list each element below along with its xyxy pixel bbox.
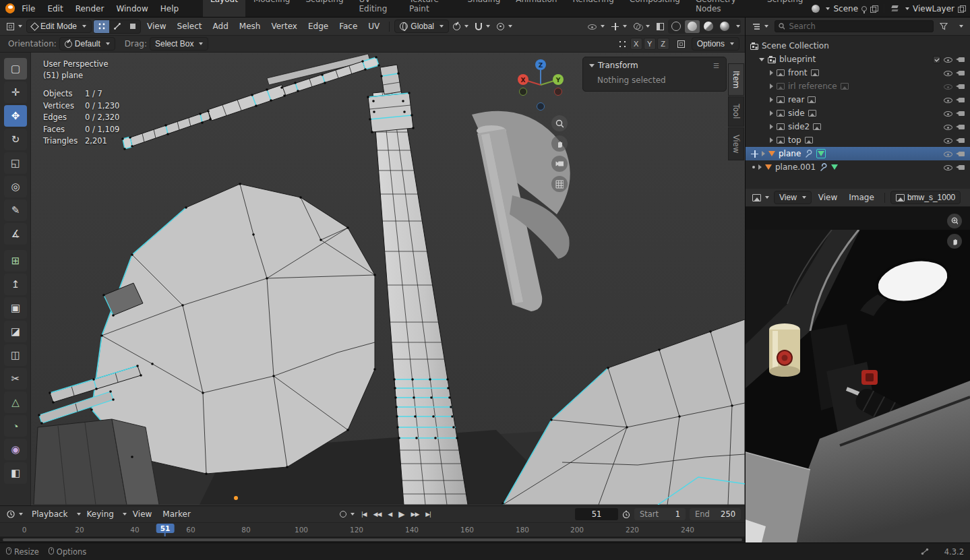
tool-scale[interactable]: ◱ [4,152,27,174]
jump-to-end-button[interactable]: ▶| [423,509,433,519]
vertex-select-mode-button[interactable] [94,20,109,33]
outliner-row-top[interactable]: top [746,133,970,147]
outliner-row-irl-reference[interactable]: irl reference [746,80,970,93]
disclosure-closed-icon[interactable] [770,137,773,143]
mesh-data-icon[interactable] [816,149,826,158]
workspace-tab-scripting[interactable]: Scripting [760,0,810,17]
viewlayer-icon[interactable] [891,5,899,12]
hide-in-viewport-icon[interactable] [944,150,952,158]
scene-name[interactable]: Scene [833,4,858,13]
scene-icon[interactable] [812,5,820,13]
tool-add-cube[interactable]: ⊞ [4,250,27,272]
menu-face[interactable]: Face [334,20,362,32]
zoom-button[interactable] [551,115,568,131]
tool-bevel[interactable]: ◪ [4,321,27,342]
image-pan-hand-button[interactable] [947,234,962,249]
modifier-wrench-icon[interactable] [804,150,813,158]
playhead[interactable]: 51 [156,524,175,536]
tool-transform[interactable]: ◎ [4,176,27,197]
tool-poly-build[interactable]: △ [4,392,27,413]
menu-timeline-view[interactable]: View [128,508,156,520]
editor-type-button[interactable] [4,20,25,33]
tool-rotate[interactable]: ↻ [4,129,27,150]
outliner-row-blueprint[interactable]: blueprint [746,53,970,66]
workspace-tab-layout[interactable]: Layout [203,0,245,17]
disclosure-closed-icon[interactable] [770,70,773,75]
tool-move[interactable]: ✥ [4,105,27,127]
menu-help[interactable]: Help [155,3,184,15]
xray-toggle-button[interactable] [654,20,667,33]
workspace-tab-compositing[interactable]: Compositing [622,0,688,17]
workspace-tab-sculpting[interactable]: Sculpting [298,0,351,17]
viewport-mesh-canvas[interactable] [31,53,745,505]
hide-in-viewport-icon[interactable] [944,55,952,63]
camera-view-button[interactable] [551,156,568,172]
outliner-row-side2[interactable]: side2 [746,120,970,133]
disable-in-render-icon[interactable] [956,109,965,117]
workspace-tab-geometry-nodes[interactable]: Geometry Nodes [688,0,759,17]
face-select-mode-button[interactable] [125,20,140,33]
hide-in-viewport-icon[interactable] [944,136,952,144]
tool-measure[interactable]: ∡ [4,223,27,245]
disable-in-render-icon[interactable] [956,123,965,131]
blender-logo-icon[interactable] [5,3,15,13]
mirror-y-button[interactable]: Y [644,38,656,50]
auto-keying-button[interactable] [337,507,357,521]
image-datablock-selector[interactable]: bmw_s_1000 [890,191,961,204]
menu-keying[interactable]: Keying [82,508,119,520]
options-dropdown[interactable]: Options [692,37,739,51]
menu-edge[interactable]: Edge [303,20,333,32]
new-viewlayer-icon[interactable] [958,5,965,12]
tool-smooth[interactable]: ◉ [4,439,27,460]
menu-render[interactable]: Render [70,3,110,15]
timeline-editor-type-button[interactable] [4,507,26,521]
filter-button[interactable] [937,20,950,33]
workspace-tab-uv-editing[interactable]: UV Editing [352,0,401,17]
outliner-row-rear[interactable]: rear [746,93,970,106]
mirror-x-button[interactable]: X [630,38,642,50]
image-zoom-button[interactable] [947,214,962,228]
outliner-editor-type-button[interactable] [750,20,771,33]
mode-selector[interactable]: Edit Mode [26,20,92,33]
drag-mode-dropdown[interactable]: Select Box [150,37,208,51]
menu-mesh[interactable]: Mesh [235,20,266,32]
pan-hand-button[interactable] [551,135,568,152]
outliner-row-plane[interactable]: plane [746,147,970,160]
outliner-display-options-button[interactable] [954,20,966,33]
wireframe-shading-button[interactable] [669,20,684,33]
outliner-row-scene-collection[interactable]: Scene Collection [746,39,970,53]
tool-annotate[interactable]: ✎ [4,199,27,221]
use-preview-range-button[interactable] [619,507,633,521]
image-editor-type-button[interactable] [750,191,772,204]
pivot-point-button[interactable] [450,20,471,33]
menu-marker[interactable]: Marker [158,508,195,520]
overlays-toggle-button[interactable] [631,20,653,33]
search-input[interactable] [787,21,930,32]
menu-playback[interactable]: Playback [27,508,73,520]
jump-to-start-button[interactable]: |◀ [359,509,369,519]
disable-in-render-icon[interactable] [956,55,965,63]
disable-in-render-icon[interactable] [956,163,965,171]
previous-frame-button[interactable]: ◀ [385,509,394,519]
sidebar-tab-view[interactable]: View [728,127,744,160]
outliner-row-plane-001[interactable]: plane.001 [746,160,970,174]
navigation-gizmo[interactable]: Z X Y [512,54,569,116]
menu-edit[interactable]: Edit [42,3,68,15]
panel-grip-icon[interactable]: ☰ [713,62,720,69]
disable-in-render-icon[interactable] [956,82,965,90]
edge-select-mode-button[interactable] [109,20,125,33]
sidebar-tab-item[interactable]: Item [728,63,744,96]
hide-in-viewport-icon[interactable] [944,82,952,90]
hide-in-viewport-icon[interactable] [944,109,952,117]
disclosure-closed-icon[interactable] [770,111,773,116]
proportional-editing-button[interactable] [494,20,515,33]
next-keyframe-button[interactable]: ▶▶ [408,509,422,519]
menu-vertex[interactable]: Vertex [266,20,302,32]
disable-in-render-icon[interactable] [956,150,965,158]
workspace-tab-shading[interactable]: Shading [460,0,508,17]
orientation-dropdown[interactable]: Default [59,37,115,51]
end-frame-field[interactable]: End 250 [690,508,741,520]
snap-base-button[interactable] [675,37,688,51]
gizmos-toggle-button[interactable] [609,20,630,33]
disclosure-closed-icon[interactable] [762,151,765,156]
